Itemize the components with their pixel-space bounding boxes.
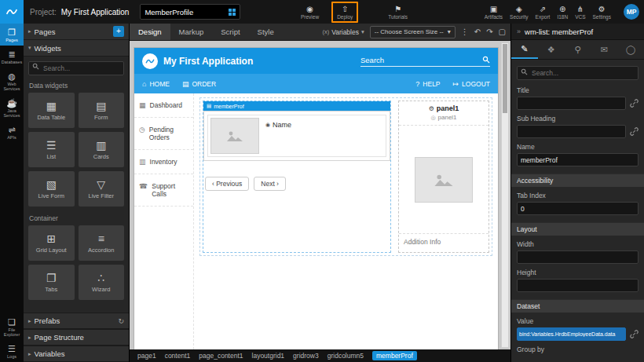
kebab-menu-icon[interactable]: ⋮ — [461, 27, 469, 36]
bind-property-icon[interactable] — [630, 330, 639, 338]
widget-search-input[interactable] — [28, 61, 124, 75]
tab-security[interactable]: ◯ — [617, 40, 644, 59]
fullscreen-icon[interactable]: ▢ — [499, 27, 506, 36]
next-button[interactable]: Next › — [254, 177, 286, 191]
settings-button[interactable]: ⚙ Settings — [593, 5, 612, 20]
selected-widget-tag[interactable]: ▤ memberProf — [203, 101, 390, 111]
sidebar-item-java-services[interactable]: ☕ Java Services — [0, 94, 24, 121]
widget-tile-form[interactable]: ▤ Form — [79, 93, 125, 128]
widgets-section-header[interactable]: ▾ Widgets — [24, 40, 129, 57]
sidenav-dashboard[interactable]: ▦ Dashboard — [134, 93, 193, 118]
app-header: My First Application — [134, 48, 498, 74]
subheading-input[interactable] — [517, 125, 626, 138]
nav-home[interactable]: ⌂ HOME — [142, 80, 170, 88]
title-input[interactable] — [517, 97, 626, 110]
nav-order[interactable]: ▤ ORDER — [182, 80, 216, 88]
list-item-label[interactable]: ◉ Name — [265, 120, 291, 130]
bind-property-icon[interactable] — [630, 127, 639, 136]
widget-tile-tabs[interactable]: ❐ Tabs — [28, 265, 75, 300]
width-input[interactable] — [517, 250, 639, 264]
search-icon[interactable] — [482, 56, 490, 64]
artifacts-button[interactable]: ▣ Artifacts — [485, 5, 503, 20]
widget-tile-list[interactable]: ☰ List — [28, 132, 75, 167]
tab-design[interactable]: Design — [130, 24, 170, 40]
previous-button[interactable]: ‹ Previous — [205, 177, 249, 191]
vcs-button[interactable]: ⋔ VCS — [575, 5, 585, 20]
page-selector[interactable]: MemberProfile — [140, 4, 240, 20]
canvas-scrollbar[interactable] — [501, 42, 509, 348]
nav-logout[interactable]: ↦ LOGOUT — [453, 80, 490, 88]
bind-property-icon[interactable] — [630, 99, 639, 108]
nav-help[interactable]: ? HELP — [415, 80, 440, 88]
redo-icon[interactable]: ↷ — [486, 27, 492, 36]
widget-tile-live-form[interactable]: ▧ Live Form — [28, 171, 75, 207]
screen-size-select[interactable]: -- Choose Screen Size -- ▾ — [370, 26, 456, 38]
name-input[interactable] — [517, 153, 639, 166]
tab-index-input[interactable] — [517, 202, 639, 215]
list-item[interactable]: ◉ Name — [207, 115, 386, 157]
add-page-button[interactable]: + — [113, 26, 124, 37]
layout-section-header[interactable]: Layout — [511, 222, 644, 236]
tab-inspect[interactable]: ⚲ — [565, 40, 591, 59]
widget-tile-wizard[interactable]: ∴ Wizard — [79, 265, 125, 300]
widget-tile-cards[interactable]: ▥ Cards — [79, 132, 125, 167]
breadcrumb-item-memberprof[interactable]: memberProf — [372, 351, 417, 360]
breadcrumb-item-gridcolumn5[interactable]: gridcolumn5 — [327, 352, 364, 360]
user-avatar[interactable]: MP — [624, 4, 639, 20]
dataset-value-input[interactable] — [517, 327, 626, 341]
sidebar-item-logs[interactable]: ☰ Logs — [0, 340, 24, 362]
height-input[interactable] — [517, 279, 639, 292]
widget-tile-data-table[interactable]: ▦ Data Table — [28, 93, 75, 128]
deploy-button[interactable]: ⇧ Deploy — [331, 2, 358, 23]
breadcrumb-item-page-content1[interactable]: page_content1 — [199, 352, 243, 360]
undo-icon[interactable]: ↶ — [474, 27, 481, 36]
refresh-icon[interactable]: ↻ — [118, 317, 124, 325]
tab-properties[interactable]: ✎ — [511, 40, 538, 59]
tab-style[interactable]: Style — [249, 24, 283, 40]
breadcrumb-item-page1[interactable]: page1 — [137, 352, 156, 360]
accessibility-section-header[interactable]: Accessibility — [511, 174, 644, 187]
prefabs-section-header[interactable]: ▸ Prefabs ↻ — [24, 313, 129, 329]
panel-footer-label: Addition Info — [399, 233, 488, 252]
tab-styles[interactable]: ❖ — [538, 40, 565, 59]
breadcrumb-item-layoutgrid1[interactable]: layoutgrid1 — [252, 352, 285, 360]
collapse-panel-icon[interactable]: » — [517, 27, 521, 35]
breadcrumb-item-gridrow3[interactable]: gridrow3 — [293, 352, 319, 360]
variables-button[interactable]: (x) Variables ▾ — [322, 28, 364, 36]
sidebar-item-file-explorer[interactable]: ❏ File Explorer — [0, 313, 24, 340]
sidebar-item-web-services[interactable]: ◍ Web Services — [0, 68, 24, 94]
scrollbar-thumb[interactable] — [503, 44, 507, 113]
tab-markup[interactable]: Markup — [170, 24, 213, 40]
sidenav-pending-orders[interactable]: ◷ Pending Orders — [134, 118, 193, 150]
wavemaker-logo-icon[interactable] — [0, 0, 24, 24]
pages-grid-icon[interactable] — [229, 9, 236, 16]
app-sidenav: ▦ Dashboard ◷ Pending Orders ▥ Inventory — [134, 93, 194, 349]
preview-button[interactable]: ◉ Preview — [301, 5, 319, 20]
gear-icon[interactable]: ⚙ — [429, 105, 434, 112]
sidebar-item-apis[interactable]: ⇌ APIs — [0, 121, 24, 143]
app-search-input[interactable] — [360, 56, 479, 64]
sidenav-inventory[interactable]: ▥ Inventory — [134, 150, 193, 174]
properties-body: Title Sub Heading Name Accessibili — [511, 82, 644, 362]
dataset-section-header[interactable]: Dataset — [511, 299, 644, 313]
export-button[interactable]: ⇗ Export — [536, 5, 551, 20]
pages-section-header[interactable]: ▸ Pages + — [24, 24, 129, 40]
widget-tile-accordion[interactable]: ≡ Accordion — [79, 225, 125, 261]
tutorials-button[interactable]: ⚑ Tutorials — [388, 5, 408, 20]
breadcrumb-item-content1[interactable]: content1 — [165, 352, 191, 360]
panel-widget-panel1[interactable]: ⚙ panel1 ◎ panel1 — [398, 101, 489, 253]
sidenav-support-calls[interactable]: ☎ Support Calls — [134, 174, 193, 207]
grid-row[interactable]: ▤ memberProf ◉ — [199, 97, 492, 256]
properties-search-input[interactable] — [517, 66, 639, 80]
tab-events[interactable]: ✉ — [591, 40, 617, 59]
security-button[interactable]: ◈ Security — [510, 5, 528, 20]
sidebar-item-databases[interactable]: ≣ Databases — [0, 46, 24, 68]
tab-script[interactable]: Script — [212, 24, 248, 40]
page-structure-section-header[interactable]: ▸ Page Structure — [24, 329, 129, 346]
widget-tile-live-filter[interactable]: ▽ Live Filter — [79, 171, 125, 207]
variables-section-header[interactable]: ▸ Variables — [24, 346, 129, 362]
list-widget-memberprof[interactable]: ▤ memberProf ◉ — [203, 101, 391, 253]
widget-tile-grid-layout[interactable]: ⊞ Grid Layout — [28, 225, 75, 261]
sidebar-item-pages[interactable]: ❐ Pages — [0, 24, 24, 46]
i18n-button[interactable]: ⊕ I18N — [557, 5, 568, 20]
